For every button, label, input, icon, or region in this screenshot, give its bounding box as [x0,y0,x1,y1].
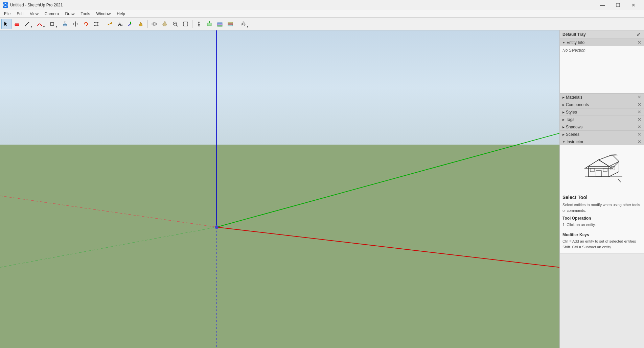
svg-rect-57 [217,24,222,25]
components-header[interactable]: Components ✕ [560,101,644,108]
styles-close[interactable]: ✕ [638,109,641,115]
svg-line-66 [216,133,559,227]
tool-pushpull[interactable] [60,19,70,29]
scenes-header[interactable]: Scenes ✕ [560,131,644,138]
materials-label: Materials [566,95,582,100]
svg-rect-60 [228,24,233,25]
tool-shape[interactable]: ▼ [47,19,60,29]
instructor-step-1: 1. Click on an entity. [562,222,641,228]
instructor-label: Instructor [567,140,583,144]
svg-rect-7 [50,23,54,25]
separator-2 [147,20,148,28]
svg-rect-58 [217,25,222,26]
tool-orbit[interactable] [149,19,159,29]
materials-close[interactable]: ✕ [638,95,641,100]
instructor-close[interactable]: ✕ [638,139,641,144]
svg-line-69 [0,227,216,267]
tags-close[interactable]: ✕ [638,117,641,122]
svg-marker-75 [599,155,619,168]
components-close[interactable]: ✕ [638,102,641,107]
tags-chevron [562,118,565,121]
instructor-modifier-title: Modifier Keys [562,232,641,237]
scenes-close[interactable]: ✕ [638,132,641,137]
instructor-content: Select Tool Select entities to modify wh… [560,145,644,253]
shadows-header[interactable]: Shadows ✕ [560,123,644,130]
components-chevron [562,103,565,106]
tool-axes[interactable] [125,19,136,29]
tool-text[interactable]: A a [115,19,125,29]
tool-tags-more[interactable] [225,19,235,29]
titlebar-controls: — ❐ ✕ [595,0,641,10]
entity-info-header[interactable]: Entity Info ✕ [560,39,644,46]
entity-info-status: No Selection [562,48,585,53]
svg-rect-20 [94,22,95,23]
tray-detach-button[interactable]: ⤢ [636,32,641,37]
tool-walk[interactable] [194,19,204,29]
tool-settings[interactable]: ▼ [238,19,251,29]
shadows-header-left: Shadows [562,125,582,129]
window-title: Untitled - SketchUp Pro 2021 [10,3,63,7]
menu-draw[interactable]: Draw [63,11,77,17]
instructor-header[interactable]: Instructor ✕ [560,138,644,145]
materials-header[interactable]: Materials ✕ [560,94,644,101]
tool-rotate[interactable] [81,19,91,29]
styles-label: Styles [566,110,577,115]
instructor-description: Select entities to modify when using oth… [562,202,641,213]
menu-help[interactable]: Help [114,11,128,17]
svg-point-47 [198,22,200,23]
tool-pencil[interactable]: ▼ [22,19,34,29]
tool-section-plane[interactable] [204,19,214,29]
instructor-modifier-1: Ctrl = Add an entity to set of selected … [562,239,641,245]
menu-edit[interactable]: Edit [14,11,26,17]
titlebar: Untitled - SketchUp Pro 2021 — ❐ ✕ [0,0,644,10]
menu-view[interactable]: View [27,11,41,17]
components-label: Components [566,102,589,107]
close-button[interactable]: ✕ [626,0,641,10]
tool-zoom[interactable] [170,19,180,29]
tool-tags[interactable] [215,19,225,29]
tool-pan[interactable] [160,19,170,29]
menu-file[interactable]: File [1,11,13,17]
instructor-operation-title: Tool Operation [562,216,641,221]
tool-tape-measure[interactable] [105,19,115,29]
minimize-button[interactable]: — [595,0,610,10]
scenes-label: Scenes [566,132,579,137]
svg-marker-16 [73,23,74,25]
svg-rect-23 [97,25,98,26]
svg-marker-9 [63,23,67,24]
materials-section: Materials ✕ [560,94,644,101]
shadows-chevron [562,125,565,129]
components-header-left: Components [562,102,589,107]
menu-tools[interactable]: Tools [78,11,93,17]
right-panel: Default Tray ⤢ Entity Info ✕ No Selectio… [559,30,644,348]
tags-header[interactable]: Tags ✕ [560,116,644,123]
styles-header[interactable]: Styles ✕ [560,108,644,116]
svg-point-63 [241,22,245,26]
svg-rect-21 [97,22,98,23]
tool-scale[interactable] [91,19,101,29]
menu-window[interactable]: Window [94,11,114,17]
viewport[interactable] [0,30,559,348]
tool-arc[interactable]: ▼ [35,19,47,29]
tool-select[interactable] [1,19,12,29]
restore-button[interactable]: ❐ [610,0,626,10]
shadows-close[interactable]: ✕ [638,124,641,129]
main-layout: Default Tray ⤢ Entity Info ✕ No Selectio… [0,30,644,348]
svg-point-64 [243,21,244,22]
menu-camera[interactable]: Camera [42,11,62,17]
tray-header[interactable]: Default Tray ⤢ [560,30,644,39]
svg-marker-18 [84,23,85,25]
tool-paint-bucket[interactable] [136,19,146,29]
entity-info-label: Entity Info [567,40,584,45]
tool-move[interactable] [70,19,80,29]
svg-marker-1 [4,22,7,26]
entity-info-close[interactable]: ✕ [638,40,641,45]
svg-marker-11 [64,21,66,22]
svg-marker-55 [209,21,210,22]
tool-eraser[interactable] [12,19,22,29]
svg-marker-14 [75,21,76,22]
tool-zoom-extents[interactable] [181,19,191,29]
svg-rect-22 [94,25,95,26]
svg-point-62 [242,23,244,25]
viewport-canvas [0,30,559,348]
